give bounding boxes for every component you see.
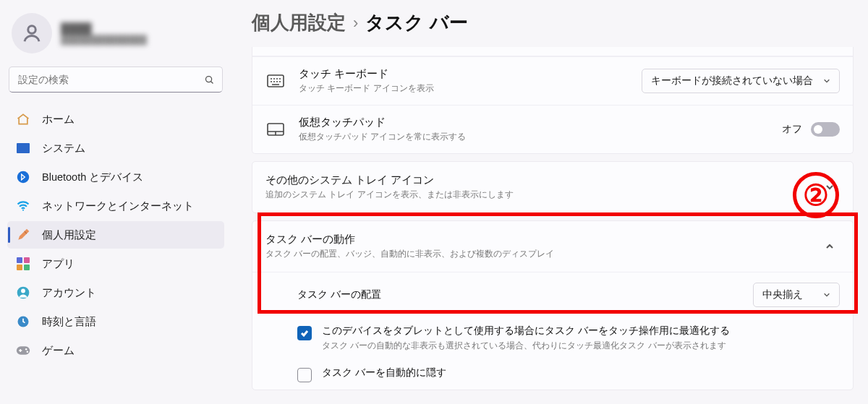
svg-rect-6: [24, 257, 30, 263]
bluetooth-icon: [16, 170, 30, 184]
search-input[interactable]: [9, 74, 196, 85]
panel-other-tray-icons: その他のシステム トレイ アイコン 追加のシステム トレイ アイコンを表示、また…: [252, 161, 854, 213]
expander-title: その他のシステム トレイ アイコン: [265, 173, 807, 187]
svg-rect-8: [24, 265, 30, 270]
svg-point-13: [25, 348, 27, 351]
expander-subtitle: 追加のシステム トレイ アイコンを表示、または非表示にします: [265, 189, 807, 201]
sidebar-item-bluetooth[interactable]: Bluetooth とデバイス: [7, 163, 224, 191]
sidebar-item-label: 個人用設定: [42, 228, 96, 242]
keyboard-icon: [265, 71, 286, 91]
home-icon: [16, 112, 30, 126]
sidebar-item-label: アカウント: [42, 286, 96, 300]
breadcrumb-separator: ›: [353, 14, 358, 33]
checkbox-label: このデバイスをタブレットとして使用する場合にタスク バーをタッチ操作用に最適化す…: [322, 325, 730, 338]
clock-icon: [16, 314, 30, 329]
dropdown-value: キーボードが接続されていない場合: [651, 74, 813, 87]
sidebar-item-apps[interactable]: アプリ: [7, 250, 224, 278]
sidebar-item-account[interactable]: アカウント: [7, 279, 224, 306]
sidebar-item-network[interactable]: ネットワークとインターネット: [7, 192, 224, 220]
sidebar-item-label: ネットワークとインターネット: [42, 199, 194, 213]
checkbox-sublabel: タスク バーの自動的な非表示も選択されている場合、代わりにタッチ最適化タスク バ…: [322, 340, 730, 352]
svg-point-4: [22, 210, 24, 211]
breadcrumb-current: タスク バー: [365, 10, 467, 35]
system-icon: [16, 141, 30, 155]
breadcrumb-parent[interactable]: 個人用設定: [252, 10, 346, 35]
sidebar-item-label: Bluetooth とデバイス: [42, 171, 143, 184]
expander-title: タスク バーの動作: [265, 233, 807, 246]
svg-point-14: [27, 351, 29, 353]
checkbox[interactable]: [297, 326, 312, 340]
account-icon: [16, 285, 30, 300]
row-fragment-top: [252, 47, 853, 56]
chevron-down-icon: [823, 77, 830, 85]
taskbar-alignment-dropdown[interactable]: 中央揃え: [753, 283, 840, 307]
row-virtual-touchpad[interactable]: 仮想タッチパッド 仮想タッチパッド アイコンを常に表示する オフ: [252, 105, 853, 153]
sidebar-item-label: システム: [42, 142, 85, 155]
breadcrumb: 個人用設定 › タスク バー: [252, 10, 854, 35]
sidebar-item-time[interactable]: 時刻と言語: [7, 308, 224, 335]
row-title: タッチ キーボード: [299, 67, 629, 81]
setting-label: タスク バーの配置: [297, 288, 740, 301]
search-icon: [196, 74, 222, 85]
sidebar-item-home[interactable]: ホーム: [7, 106, 224, 133]
wifi-icon: [16, 199, 30, 213]
chevron-up-icon[interactable]: [820, 236, 840, 257]
sidebar-item-label: 時刻と言語: [42, 315, 96, 329]
personalize-icon: [16, 228, 30, 242]
expander-other-tray[interactable]: その他のシステム トレイ アイコン 追加のシステム トレイ アイコンを表示、また…: [252, 162, 853, 212]
svg-point-1: [205, 76, 211, 82]
expander-subtitle: タスク バーの配置、バッジ、自動的に非表示、および複数のディスプレイ: [265, 248, 807, 260]
game-icon: [16, 343, 30, 358]
svg-point-0: [28, 26, 36, 34]
panel-system-icons: タッチ キーボード タッチ キーボード アイコンを表示 キーボードが接続されてい…: [252, 47, 854, 154]
svg-rect-12: [17, 346, 30, 355]
svg-rect-2: [17, 143, 30, 153]
row-subtitle: 仮想タッチパッド アイコンを常に表示する: [299, 131, 769, 143]
svg-rect-7: [17, 265, 22, 270]
sidebar-item-label: ゲーム: [42, 344, 75, 358]
avatar: [12, 13, 52, 53]
row-taskbar-alignment: タスク バーの配置 中央揃え: [252, 272, 853, 317]
virtual-touchpad-toggle[interactable]: [811, 122, 840, 137]
row-tablet-optimize[interactable]: このデバイスをタブレットとして使用する場合にタスク バーをタッチ操作用に最適化す…: [252, 317, 853, 359]
row-touch-keyboard[interactable]: タッチ キーボード タッチ キーボード アイコンを表示 キーボードが接続されてい…: [252, 56, 853, 105]
sidebar-item-label: ホーム: [42, 113, 75, 126]
svg-point-10: [21, 289, 25, 293]
sidebar: ████ ██████████████ ホーム システム Bluetooth と…: [0, 0, 231, 404]
sidebar-item-gaming[interactable]: ゲーム: [7, 337, 224, 364]
toggle-label: オフ: [782, 123, 802, 136]
row-autohide[interactable]: タスク バーを自動的に隠す: [252, 359, 853, 390]
panel-taskbar-behavior: タスク バーの動作 タスク バーの配置、バッジ、自動的に非表示、および複数のディ…: [252, 220, 854, 390]
dropdown-value: 中央揃え: [762, 288, 813, 301]
touchpad-icon: [265, 119, 286, 139]
svg-rect-5: [17, 257, 22, 263]
search-input-container[interactable]: [9, 66, 223, 93]
apps-icon: [16, 257, 30, 271]
svg-point-3: [17, 171, 30, 184]
profile-block[interactable]: ████ ██████████████: [7, 9, 224, 64]
profile-text-blurred: ████ ██████████████: [61, 22, 147, 45]
row-subtitle: タッチ キーボード アイコンを表示: [299, 82, 629, 95]
touch-keyboard-dropdown[interactable]: キーボードが接続されていない場合: [642, 69, 840, 93]
sidebar-nav: ホーム システム Bluetooth とデバイス ネットワークとインターネット …: [7, 106, 224, 364]
chevron-down-icon[interactable]: [820, 177, 840, 197]
checkbox-label: タスク バーを自動的に隠す: [322, 366, 446, 379]
checkbox[interactable]: [297, 368, 312, 382]
main-content: 個人用設定 › タスク バー タッチ キーボード タッチ キーボード アイコンを…: [231, 0, 868, 404]
sidebar-item-personalization[interactable]: 個人用設定: [7, 221, 224, 249]
sidebar-item-system[interactable]: システム: [7, 134, 224, 162]
chevron-down-icon: [823, 291, 830, 298]
expander-taskbar-behavior[interactable]: タスク バーの動作 タスク バーの配置、バッジ、自動的に非表示、および複数のディ…: [252, 221, 853, 272]
sidebar-item-label: アプリ: [42, 257, 75, 271]
row-title: 仮想タッチパッド: [299, 116, 769, 129]
